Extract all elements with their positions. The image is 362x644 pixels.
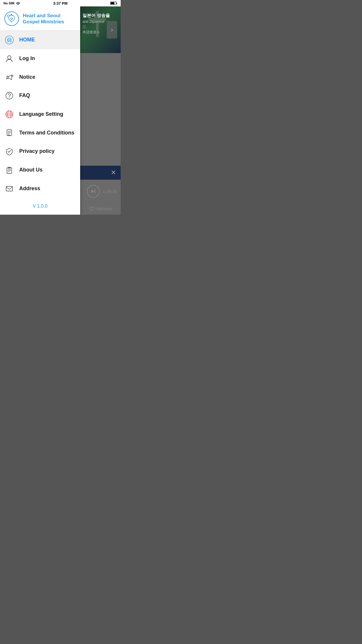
app-logo-icon — [4, 11, 19, 26]
mail-icon — [4, 183, 15, 194]
version-text: V 1.0.0 — [33, 204, 48, 209]
user-icon — [4, 53, 15, 64]
sidebar-item-notice[interactable]: Notice — [0, 68, 80, 86]
notice-label: Notice — [19, 74, 35, 80]
cross-icon — [86, 9, 109, 38]
privacy-label: Privacy policy — [19, 148, 55, 154]
sidebar-item-home[interactable]: HOME — [0, 31, 80, 49]
no-sim-label: No SIM — [3, 1, 14, 5]
close-bar: ✕ — [80, 166, 121, 180]
svg-rect-2 — [116, 3, 117, 4]
wifi-icon — [16, 1, 20, 5]
home-label: HOME — [19, 37, 35, 43]
home-icon — [4, 35, 15, 45]
svg-point-5 — [11, 18, 13, 20]
app-layout: Heart and SeoulGospel Ministries HOME — [0, 6, 121, 215]
media-controls: 1:15:31 — [80, 180, 121, 203]
sidebar-item-faq[interactable]: FAQ — [0, 86, 80, 105]
megaphone-icon — [4, 72, 15, 82]
sidebar-item-address[interactable]: Address — [0, 179, 80, 198]
svg-rect-31 — [94, 190, 95, 193]
globe-icon — [4, 109, 15, 120]
status-time: 3:37 PM — [53, 1, 67, 6]
sidebar-logo: Heart and SeoulGospel Ministries — [0, 6, 80, 31]
svg-marker-30 — [91, 190, 94, 193]
participate-bar[interactable]: Participate — [80, 203, 121, 215]
document-icon — [4, 127, 15, 138]
version-area: V 1.0.0 — [0, 198, 80, 215]
svg-rect-29 — [89, 18, 106, 21]
app-title: Heart and SeoulGospel Ministries — [23, 13, 64, 25]
faq-icon — [4, 90, 15, 101]
svg-point-8 — [8, 56, 11, 59]
shield-icon — [4, 146, 15, 157]
svg-rect-27 — [6, 186, 13, 191]
battery-icon — [110, 1, 117, 5]
close-button[interactable]: ✕ — [111, 169, 116, 176]
svg-point-6 — [5, 36, 13, 44]
video-thumbnail: 일본어 방송을 and Japanese 三. 本語放送を › — [80, 6, 121, 53]
participate-label: Participate — [95, 207, 112, 211]
status-bar: No SIM 3:37 PM — [0, 0, 121, 6]
gray-area: ✕ 1:15:31 Participate — [80, 53, 121, 215]
status-left: No SIM — [3, 1, 20, 5]
svg-point-0 — [18, 4, 18, 5]
status-right — [110, 1, 117, 5]
address-label: Address — [19, 186, 40, 192]
terms-label: Terms and Conditions — [19, 130, 74, 136]
login-label: Log In — [19, 55, 35, 62]
video-next-button[interactable]: › — [107, 21, 117, 38]
sidebar-item-about[interactable]: About Us — [0, 161, 80, 179]
time-display: 1:15:31 — [103, 189, 117, 194]
sidebar-item-privacy[interactable]: Privacy policy — [0, 142, 80, 161]
sidebar-item-terms[interactable]: Terms and Conditions — [0, 123, 80, 142]
svg-point-9 — [12, 75, 13, 76]
sidebar-item-language[interactable]: Language Setting — [0, 105, 80, 124]
svg-rect-28 — [96, 11, 99, 37]
svg-rect-3 — [111, 2, 115, 4]
language-label: Language Setting — [19, 111, 63, 117]
sidebar: Heart and SeoulGospel Ministries HOME — [0, 6, 80, 215]
skip-forward-icon — [90, 188, 96, 194]
clipboard-icon — [4, 165, 15, 175]
main-panel: 일본어 방송을 and Japanese 三. 本語放送を › ✕ — [80, 6, 121, 215]
sidebar-item-login[interactable]: Log In — [0, 49, 80, 68]
faq-label: FAQ — [19, 92, 30, 99]
heart-icon — [89, 206, 94, 211]
about-label: About Us — [19, 167, 43, 173]
skip-button[interactable] — [87, 185, 100, 198]
svg-point-11 — [9, 97, 10, 98]
